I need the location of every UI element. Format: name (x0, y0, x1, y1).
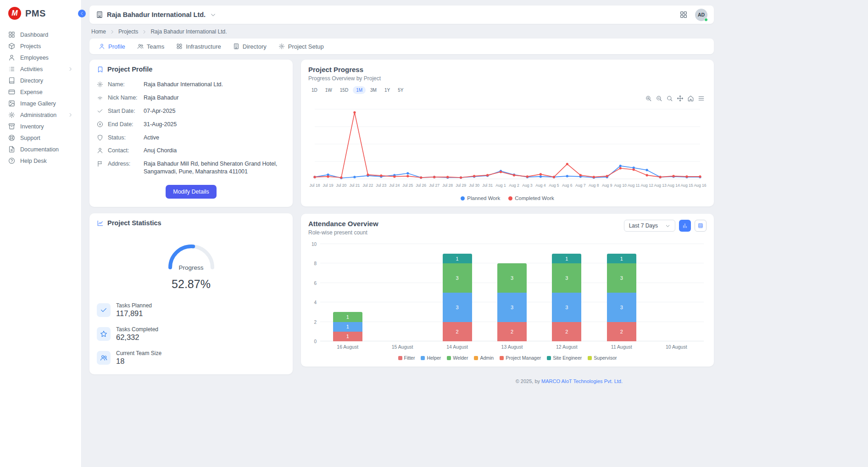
bar-segment-welder[interactable]: 3 (497, 263, 527, 293)
legend-item-helper[interactable]: Helper (421, 355, 441, 361)
y-axis-tick: 10 (308, 242, 317, 247)
bar-segment-fitter[interactable]: 2 (607, 322, 636, 341)
y-axis-tick: 4 (308, 300, 317, 305)
sidebar-item-dashboard[interactable]: Dashboard (0, 29, 81, 40)
tab-directory[interactable]: Directory (228, 39, 272, 54)
legend-item-welder[interactable]: Welder (447, 355, 468, 361)
bar-segment-helper[interactable]: 3 (607, 293, 636, 322)
app-logo[interactable]: M PMS (0, 0, 81, 24)
shield-icon (97, 134, 103, 141)
sidebar-item-activities[interactable]: Activities (0, 63, 81, 75)
field-label: Contact: (108, 147, 139, 155)
bar-segment-fitter[interactable]: 2 (443, 322, 472, 341)
table-view-button[interactable] (695, 220, 707, 232)
legend-item-site-engineer[interactable]: Site Engineer (547, 355, 582, 361)
field-label: Status: (108, 134, 139, 142)
sidebar-collapse-button[interactable] (78, 10, 86, 17)
tab-label: Project Setup (288, 43, 324, 50)
legend-item-planned-work[interactable]: Planned Work (461, 195, 500, 201)
sidebar-item-label: Directory (20, 78, 43, 84)
legend-swatch (588, 356, 592, 360)
pan-icon[interactable] (677, 95, 684, 102)
field-value: Raja Bahadur (144, 94, 285, 102)
range-15d[interactable]: 15D (337, 86, 351, 94)
svg-text:Jul 25: Jul 25 (402, 183, 413, 188)
sidebar-item-image-gallery[interactable]: Image Gallery (0, 98, 81, 109)
tab-profile[interactable]: Profile (93, 39, 131, 54)
chevron-down-icon (210, 12, 216, 18)
tab-project-setup[interactable]: Project Setup (273, 39, 329, 54)
company-selector[interactable]: Raja Bahadur International Ltd. (96, 11, 216, 18)
bar-segment-welder[interactable]: 3 (607, 263, 636, 293)
field-label: Address: (108, 160, 139, 176)
range-1d[interactable]: 1D (308, 86, 321, 94)
profile-field-row: End Date: 31-Aug-2025 (97, 118, 285, 131)
zoom-in-icon[interactable] (645, 95, 652, 102)
chart-view-button[interactable] (679, 220, 691, 232)
tab-label: Infrastructure (186, 43, 221, 50)
sidebar-item-support[interactable]: Support (0, 132, 81, 144)
box-zoom-icon[interactable] (666, 95, 673, 102)
sidebar-item-documentation[interactable]: Documentation (0, 144, 81, 155)
svg-text:Aug 4: Aug 4 (535, 183, 546, 188)
range-1y[interactable]: 1Y (381, 86, 393, 94)
legend-item-admin[interactable]: Admin (474, 355, 494, 361)
bar-segment-welder[interactable]: 3 (443, 263, 472, 293)
check-icon (97, 303, 111, 317)
bar-column-13-august: 233 (484, 244, 539, 341)
modify-details-button[interactable]: Modify Details (166, 185, 217, 199)
sidebar-item-employees[interactable]: Employees (0, 52, 81, 63)
bar-segment-fitter[interactable]: 2 (552, 322, 581, 341)
bar-segment-fitter[interactable]: 2 (497, 322, 527, 341)
field-value: Raja Bahadur Mill Rd, behind Sheraton Gr… (144, 160, 285, 176)
bar-segment-fitter[interactable]: 1 (333, 332, 362, 341)
bar-segment-welder[interactable]: 3 (552, 263, 581, 293)
zoom-out-icon[interactable] (656, 95, 662, 102)
time-range-selector: 1D1W15D1M3M1Y5Y (308, 86, 707, 94)
sidebar-item-directory[interactable]: Directory (0, 75, 81, 86)
svg-text:Jul 28: Jul 28 (442, 183, 453, 188)
sidebar-item-label: Image Gallery (20, 100, 56, 107)
y-axis-tick: 0 (308, 339, 317, 344)
breadcrumb-item-projects[interactable]: Projects (118, 28, 138, 35)
bar-segment-site-engineer[interactable]: 1 (552, 254, 581, 263)
bar-segment-helper[interactable]: 3 (552, 293, 581, 322)
tab-teams[interactable]: Teams (132, 39, 170, 54)
sidebar-item-help-desk[interactable]: Help Desk (0, 155, 81, 167)
sidebar-item-projects[interactable]: Projects (0, 40, 81, 52)
footer-company-link[interactable]: MARCO AIoT Technologies Pvt. Ltd. (541, 378, 623, 384)
card-header: Attendance Overview Role-wise present co… (301, 214, 714, 238)
tab-label: Profile (108, 43, 125, 50)
apps-grid-icon[interactable] (679, 11, 688, 19)
legend-item-project-manager[interactable]: Project Manager (500, 355, 541, 361)
date-range-select[interactable]: Last 7 Days (624, 220, 675, 232)
user-avatar[interactable]: AD (695, 9, 707, 21)
legend-item-completed-work[interactable]: Completed Work (508, 195, 554, 201)
legend-item-fitter[interactable]: Fitter (398, 355, 415, 361)
sidebar-item-inventory[interactable]: Inventory (0, 121, 81, 132)
breadcrumb-item-home[interactable]: Home (91, 28, 106, 35)
bar-segment-helper[interactable]: 1 (333, 322, 362, 332)
activities-icon (8, 66, 15, 72)
bar-column-10-august (649, 244, 704, 341)
legend-item-supervisor[interactable]: Supervisor (588, 355, 617, 361)
x-axis-label: 10 August (649, 344, 704, 350)
field-value: 31-Aug-2025 (144, 121, 285, 128)
card-title: Project Statistics (107, 219, 161, 227)
sidebar-item-label: Activities (20, 66, 43, 72)
bar-segment-site-engineer[interactable]: 1 (443, 254, 472, 263)
bar-segment-site-engineer[interactable]: 1 (607, 254, 636, 263)
range-3m[interactable]: 3M (367, 86, 380, 94)
sidebar-item-expense[interactable]: Expense (0, 86, 81, 98)
range-5y[interactable]: 5Y (395, 86, 406, 94)
tab-infrastructure[interactable]: Infrastructure (171, 39, 227, 54)
bar-segment-welder[interactable]: 1 (333, 312, 362, 322)
card-subtitle: Role-wise present count (308, 229, 378, 236)
bar-segment-helper[interactable]: 3 (443, 293, 472, 322)
range-1m[interactable]: 1M (353, 86, 366, 94)
menu-icon[interactable] (698, 95, 705, 102)
sidebar-item-administration[interactable]: Administration (0, 109, 81, 121)
range-1w[interactable]: 1W (322, 86, 335, 94)
bar-segment-helper[interactable]: 3 (497, 293, 527, 322)
home-icon[interactable] (687, 95, 694, 102)
